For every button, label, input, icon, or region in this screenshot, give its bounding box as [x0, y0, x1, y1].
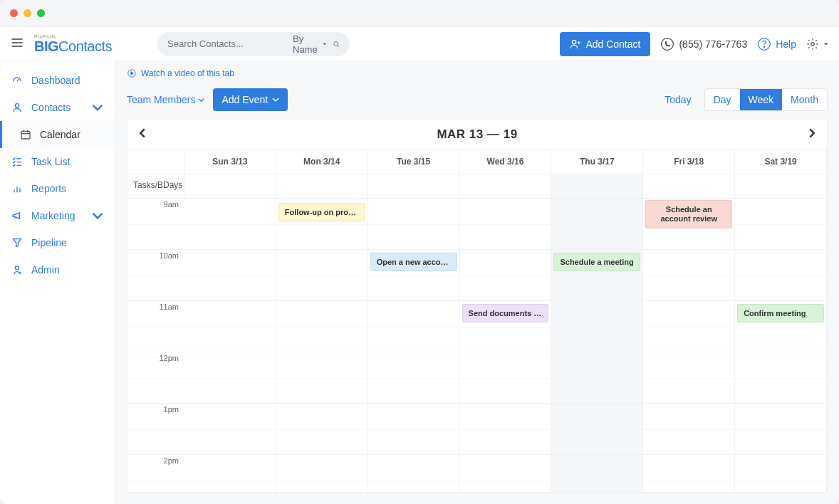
calendar-icon	[20, 129, 31, 140]
add-contact-button[interactable]: Add Contact	[560, 32, 650, 56]
phone-number[interactable]: (855) 776-7763	[660, 37, 747, 51]
search-bar[interactable]: By Name	[157, 32, 350, 56]
sidebar-item-calendar[interactable]: Calendar	[0, 121, 115, 148]
team-members-dropdown[interactable]: Team Members	[127, 94, 204, 105]
svg-line-12	[17, 79, 19, 81]
megaphone-icon	[11, 210, 23, 221]
svg-marker-27	[131, 72, 134, 75]
chevron-down-icon	[198, 97, 204, 103]
menu-toggle-button[interactable]	[10, 36, 24, 53]
svg-point-5	[573, 40, 576, 43]
calendar-title-row: MAR 13 — 19	[127, 120, 827, 149]
main-content: Watch a video of this tab Team Members A…	[115, 61, 839, 504]
day-header: Sun 3/13	[184, 149, 276, 174]
day-header: Sat 3/19	[735, 149, 827, 174]
time-label: 9am	[127, 199, 184, 250]
phone-icon	[660, 37, 674, 51]
add-event-label: Add Event	[222, 94, 268, 105]
add-contact-label: Add Contact	[585, 38, 640, 50]
today-button[interactable]: Today	[665, 94, 691, 105]
event-item[interactable]: Schedule an account review	[645, 200, 732, 229]
svg-point-13	[15, 104, 19, 107]
sidebar-item-task-list[interactable]: Task List	[0, 148, 115, 175]
day-header: Mon 3/14	[276, 149, 368, 174]
day-column-mon[interactable]: Follow-up on proposal	[276, 199, 368, 492]
tasks-icon	[11, 156, 23, 167]
chevron-down-icon	[272, 96, 279, 103]
view-day-button[interactable]: Day	[705, 89, 740, 110]
view-month-button[interactable]: Month	[782, 89, 827, 110]
play-circle-icon	[127, 68, 137, 78]
time-column: 9am 10am 11am 12pm 1pm 2pm	[127, 199, 184, 492]
event-item[interactable]: Confirm meeting	[737, 304, 824, 322]
next-week-button[interactable]	[807, 128, 817, 141]
sidebar-item-contacts[interactable]: Contacts	[0, 94, 115, 121]
day-header: Wed 3/16	[460, 149, 552, 174]
phone-label: (855) 776-7763	[679, 38, 747, 50]
calendar-grid: 9am 10am 11am 12pm 1pm 2pm	[127, 199, 827, 492]
caret-down-icon	[823, 41, 829, 47]
sidebar-item-admin[interactable]: Admin	[0, 256, 115, 283]
caret-down-icon	[323, 41, 327, 47]
sidebar-item-label: Admin	[31, 264, 60, 275]
sidebar-item-label: Dashboard	[31, 75, 80, 86]
event-item[interactable]: Open a new account	[370, 253, 457, 271]
gauge-icon	[11, 75, 23, 86]
add-event-button[interactable]: Add Event	[213, 88, 288, 111]
svg-point-24	[15, 266, 19, 270]
search-filter-dropdown[interactable]: By Name	[293, 33, 327, 55]
day-column-fri[interactable]: Schedule an account review	[643, 199, 735, 492]
today-label: Today	[665, 94, 691, 105]
minimize-window-icon[interactable]	[24, 9, 31, 17]
gear-icon	[806, 38, 819, 51]
settings-button[interactable]	[806, 38, 829, 51]
event-item[interactable]: Schedule a meeting	[553, 253, 640, 271]
chevron-left-icon	[137, 128, 147, 138]
calendar: MAR 13 — 19 Sun 3/13 Mon 3/14 Tue 3/15 W…	[127, 120, 828, 493]
day-column-sat[interactable]: Confirm meeting	[735, 199, 827, 492]
chevron-down-icon	[92, 102, 103, 113]
svg-line-4	[338, 45, 339, 46]
event-item[interactable]: Follow-up on proposal	[278, 203, 365, 221]
sidebar-item-dashboard[interactable]: Dashboard	[0, 67, 115, 94]
app-logo[interactable]: ProProfs BIGContacts	[34, 34, 112, 53]
sidebar-item-marketing[interactable]: Marketing	[0, 202, 115, 229]
calendar-header: Sun 3/13 Mon 3/14 Tue 3/15 Wed 3/16 Thu …	[127, 149, 827, 174]
day-column-wed[interactable]: Send documents to sign	[460, 199, 552, 492]
user-plus-icon	[570, 38, 581, 50]
svg-point-11	[811, 42, 815, 46]
help-link[interactable]: Help	[757, 37, 796, 51]
day-column-sun[interactable]	[184, 199, 276, 492]
maximize-window-icon[interactable]	[37, 9, 45, 17]
svg-point-3	[333, 41, 338, 46]
tasks-label: Tasks/BDays	[127, 174, 184, 198]
event-item[interactable]: Send documents to sign	[462, 304, 549, 322]
watch-video-link[interactable]: Watch a video of this tab	[115, 61, 839, 85]
day-column-thu[interactable]: Schedule a meeting	[551, 199, 643, 492]
time-label: 1pm	[127, 404, 184, 455]
close-window-icon[interactable]	[10, 9, 18, 17]
calendar-controls: Team Members Add Event Today Day Week Mo…	[115, 85, 839, 120]
tasks-bdays-row: Tasks/BDays	[127, 174, 827, 199]
sidebar-item-label: Task List	[31, 156, 70, 167]
svg-rect-14	[21, 131, 30, 139]
admin-icon	[11, 264, 23, 275]
view-toggle: Day Week Month	[704, 88, 828, 111]
sidebar-item-reports[interactable]: Reports	[0, 175, 115, 202]
day-header: Tue 3/15	[368, 149, 460, 174]
header-blank	[127, 149, 184, 174]
search-icon[interactable]	[333, 39, 340, 49]
svg-point-8	[662, 38, 674, 50]
time-label: 2pm	[127, 455, 184, 492]
view-week-button[interactable]: Week	[740, 89, 783, 110]
search-input[interactable]	[167, 38, 287, 49]
day-column-tue[interactable]: Open a new account	[368, 199, 460, 492]
prev-week-button[interactable]	[137, 128, 147, 141]
funnel-icon	[11, 237, 23, 248]
time-label: 10am	[127, 250, 184, 301]
sidebar-item-pipeline[interactable]: Pipeline	[0, 229, 115, 256]
search-filter-label: By Name	[293, 33, 320, 55]
calendar-title: MAR 13 — 19	[437, 127, 517, 142]
user-icon	[11, 102, 23, 113]
time-label: 11am	[127, 301, 184, 352]
